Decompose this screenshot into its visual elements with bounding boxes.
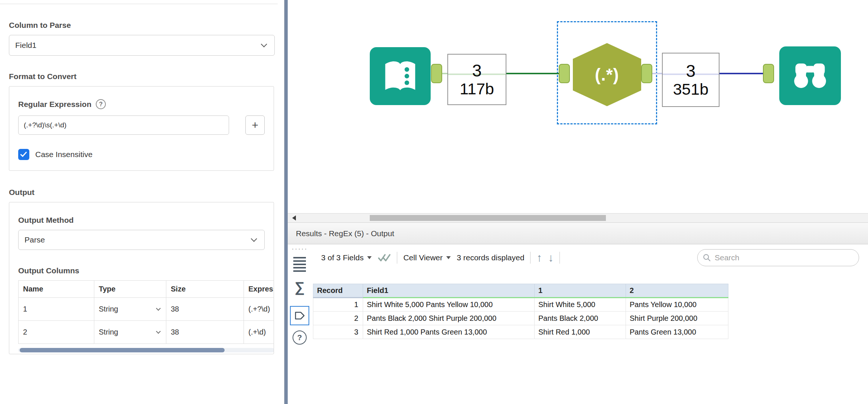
- regex-input[interactable]: [18, 115, 229, 135]
- columns-horizontal-scrollbar[interactable]: [18, 348, 274, 352]
- search-input[interactable]: [697, 249, 859, 266]
- field1-cell[interactable]: Pants Black 2,000 Shirt Purple 200,000: [363, 312, 535, 325]
- connection-annotation[interactable]: 3 351b: [662, 53, 719, 107]
- chevron-down-icon: [156, 329, 161, 334]
- workflow-canvas[interactable]: 3 117b (.*) 3 351b: [288, 0, 868, 213]
- record-cell[interactable]: 1: [313, 298, 363, 312]
- toolbar-separator: [530, 252, 531, 264]
- fields-dropdown[interactable]: 3 of 3 Fields: [321, 253, 372, 262]
- toolbar-separator: [397, 252, 397, 264]
- checkmark-icon: [20, 150, 27, 157]
- header-type: Type: [94, 281, 166, 298]
- toolbar-separator: [559, 252, 560, 264]
- field1-cell[interactable]: Shirt Red 1,000 Pants Green 13,000: [363, 325, 535, 339]
- type-value: String: [99, 328, 118, 336]
- help-glyph: ?: [99, 101, 103, 108]
- results-header[interactable]: Results - RegEx (5) - Output: [288, 223, 868, 244]
- grip-dots-icon[interactable]: ·····: [288, 244, 311, 253]
- input-data-tool[interactable]: [370, 47, 431, 105]
- connection-annotation-to-regex[interactable]: [506, 73, 559, 74]
- cell-viewer-dropdown[interactable]: Cell Viewer: [403, 253, 451, 262]
- col2-cell[interactable]: Pants Green 13,000: [626, 325, 728, 339]
- input-anchor[interactable]: [763, 64, 774, 83]
- browse-tool[interactable]: [779, 46, 841, 105]
- arrow-down-icon[interactable]: ↓: [548, 252, 554, 263]
- data-size: 117b: [460, 80, 494, 97]
- output-group-box: Output Method Parse Output Columns Name …: [9, 202, 274, 354]
- results-main: 3 of 3 Fields Cell Viewer 3 records: [311, 244, 868, 404]
- selected-view-toggle[interactable]: [290, 306, 309, 325]
- table-row: 1 String 38 (.+?\d): [19, 298, 274, 321]
- cell-viewer-label: Cell Viewer: [403, 253, 443, 262]
- connection-annotation-to-browse[interactable]: [719, 73, 764, 74]
- col1-cell[interactable]: Pants Black 2,000: [535, 312, 626, 325]
- output-method-select[interactable]: Parse: [18, 230, 265, 250]
- output-anchor[interactable]: [431, 64, 442, 83]
- output-method-value: Parse: [25, 235, 45, 244]
- regex-tool-label: (.*): [595, 65, 619, 85]
- header-record[interactable]: Record: [313, 284, 363, 298]
- case-insensitive-checkbox[interactable]: [18, 149, 29, 160]
- type-value: String: [99, 305, 118, 313]
- record-count: 3: [472, 62, 482, 80]
- case-insensitive-row: Case Insensitive: [18, 149, 92, 160]
- arrow-up-icon[interactable]: ↑: [536, 252, 542, 263]
- help-icon[interactable]: ?: [96, 99, 106, 109]
- records-view-icon[interactable]: [293, 257, 306, 272]
- col2-cell[interactable]: Shirt Purple 200,000: [626, 312, 728, 325]
- alteryx-window: Column to Parse Field1 Format to Convert…: [0, 0, 868, 404]
- size-cell[interactable]: 38: [166, 298, 244, 321]
- output-columns-label: Output Columns: [18, 266, 79, 275]
- input-anchor[interactable]: [559, 64, 570, 83]
- header-col2[interactable]: 2: [626, 284, 728, 298]
- header-field1[interactable]: Field1: [363, 284, 535, 298]
- col1-cell[interactable]: Shirt White 5,000: [535, 298, 626, 312]
- table-row: 2 String 38 (.+\d): [19, 321, 274, 344]
- input-data-icon: [379, 55, 421, 97]
- fields-label: 3 of 3 Fields: [321, 253, 363, 262]
- name-cell[interactable]: 2: [19, 321, 94, 344]
- workflow-and-results: 3 117b (.*) 3 351b: [288, 0, 868, 404]
- header-name: Name: [19, 281, 94, 298]
- output-columns-table-wrap: Name Type Size Expression 1 String: [18, 280, 274, 344]
- record-cell[interactable]: 3: [313, 325, 363, 339]
- output-method-label: Output Method: [18, 216, 74, 225]
- add-expression-button[interactable]: +: [245, 115, 265, 135]
- scrollbar-thumb[interactable]: [20, 348, 225, 352]
- output-anchor[interactable]: [641, 64, 652, 83]
- record-cell[interactable]: 2: [313, 312, 363, 325]
- column-to-parse-value: Field1: [15, 41, 36, 50]
- format-group-box: Regular Expression ? + Case Insensitive: [9, 86, 274, 171]
- panel-splitter[interactable]: [284, 0, 288, 404]
- chevron-down-icon: [156, 306, 161, 311]
- data-size: 351b: [673, 81, 709, 98]
- type-select[interactable]: String: [94, 298, 166, 321]
- search-icon: [702, 253, 711, 262]
- type-select[interactable]: String: [94, 321, 166, 344]
- chevron-down-icon: [446, 256, 451, 259]
- apply-checkmarks-icon[interactable]: [378, 253, 391, 263]
- chevron-down-icon: [261, 41, 267, 48]
- canvas-horizontal-scrollbar[interactable]: [288, 213, 868, 223]
- output-section-label: Output: [9, 188, 35, 197]
- connection-annotation[interactable]: 3 117b: [447, 54, 506, 105]
- name-cell[interactable]: 1: [19, 298, 94, 321]
- header-size: Size: [166, 281, 244, 298]
- chevron-down-icon: [251, 236, 257, 242]
- header-col1[interactable]: 1: [535, 284, 626, 298]
- metadata-view-icon[interactable]: ∑: [294, 280, 304, 294]
- scroll-left-arrow-icon[interactable]: [292, 215, 296, 221]
- expression-cell[interactable]: (.+?\d): [244, 298, 274, 321]
- field1-cell[interactable]: Shirt White 5,000 Pants Yellow 10,000: [363, 298, 535, 312]
- col2-cell[interactable]: Pants Yellow 10,000: [626, 298, 728, 312]
- help-icon[interactable]: ?: [293, 330, 307, 345]
- size-cell[interactable]: 38: [166, 321, 244, 344]
- scrollbar-thumb[interactable]: [370, 215, 606, 221]
- regex-configuration-panel: Column to Parse Field1 Format to Convert…: [0, 0, 284, 404]
- record-count: 3: [686, 62, 696, 81]
- format-to-convert-label: Format to Convert: [9, 72, 76, 81]
- expression-cell[interactable]: (.+\d): [244, 321, 274, 344]
- column-to-parse-select[interactable]: Field1: [9, 35, 275, 56]
- col1-cell[interactable]: Shirt Red 1,000: [535, 325, 626, 339]
- results-grid: Record Field1 1 2 1 Shirt White 5,000 Pa…: [313, 284, 728, 339]
